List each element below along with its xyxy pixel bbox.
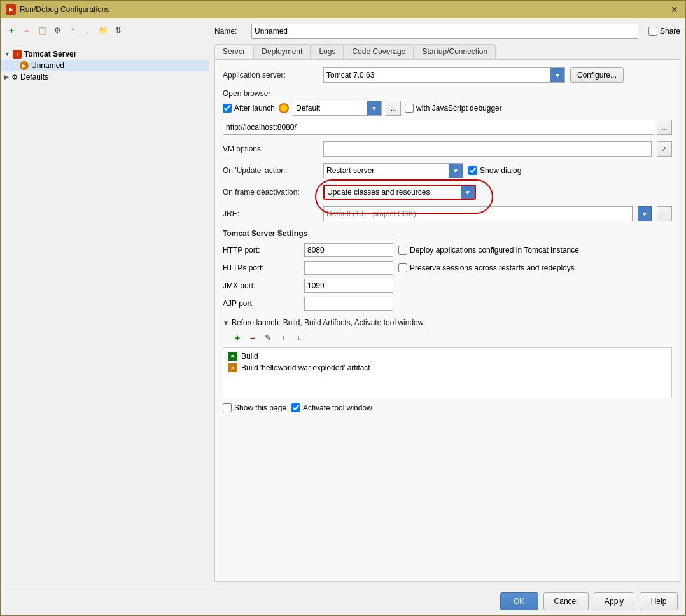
activate-tool-checkbox[interactable] — [291, 403, 300, 412]
artifact-label: Build 'helloworld:war exploded' artifact — [241, 363, 370, 372]
deploy-apps-checkbox[interactable] — [398, 246, 407, 255]
tomcat-chevron: ▼ — [4, 51, 10, 57]
copy-config-button[interactable]: 📋 — [35, 24, 49, 38]
after-launch-checkbox-label[interactable]: After launch — [223, 104, 275, 113]
launch-item-artifact[interactable]: A Build 'helloworld:war exploded' artifa… — [226, 362, 669, 374]
before-launch-chevron: ▼ — [223, 319, 229, 326]
app-server-label: Application server: — [223, 71, 318, 80]
url-input[interactable] — [223, 120, 654, 135]
browser-icon — [279, 103, 289, 113]
name-label: Name: — [214, 27, 246, 36]
before-launch-toolbar: + – ✎ ↑ ↓ — [230, 331, 672, 345]
deploy-apps-label[interactable]: Deploy applications configured in Tomcat… — [398, 246, 672, 255]
on-update-arrow: ▼ — [449, 164, 463, 178]
tree-item-defaults[interactable]: ▶ ⚙ Defaults — [1, 71, 209, 83]
app-icon: ▶ — [6, 4, 16, 15]
unnamed-label: Unnamed — [31, 61, 64, 70]
share-checkbox[interactable] — [648, 27, 657, 36]
before-launch-edit-button[interactable]: ✎ — [261, 331, 275, 345]
move-down-button[interactable]: ↓ — [81, 24, 95, 38]
http-port-input[interactable] — [304, 243, 393, 257]
app-server-combo[interactable]: Tomcat 7.0.63 ▼ — [323, 67, 565, 83]
show-page-checkbox[interactable] — [223, 403, 232, 412]
close-button[interactable]: ✕ — [669, 4, 680, 15]
title-bar: ▶ Run/Debug Configurations ✕ — [1, 1, 685, 18]
title-bar-left: ▶ Run/Debug Configurations — [6, 4, 109, 15]
name-row: Name: Share — [214, 24, 680, 39]
url-ellipsis-button[interactable]: ... — [657, 120, 672, 135]
bottom-checkboxes-row: Show this page Activate tool window — [223, 403, 672, 412]
tab-startup-connection[interactable]: Startup/Connection — [414, 44, 496, 59]
server-panel: Application server: Tomcat 7.0.63 ▼ Conf… — [214, 59, 680, 582]
show-dialog-checkbox[interactable] — [468, 166, 477, 175]
activate-tool-label[interactable]: Activate tool window — [291, 403, 372, 412]
before-launch-up-button[interactable]: ↑ — [276, 331, 290, 345]
jre-input[interactable] — [323, 206, 633, 221]
apply-button[interactable]: Apply — [594, 592, 634, 610]
preserve-sessions-label[interactable]: Preserve sessions across restarts and re… — [398, 263, 672, 272]
browser-combo[interactable]: Default ▼ — [293, 101, 382, 116]
tomcat-settings-label: Tomcat Server Settings — [223, 229, 672, 238]
tab-deployment[interactable]: Deployment — [253, 44, 311, 59]
before-launch-list: B Build A Build 'helloworld:war exploded… — [223, 347, 672, 398]
https-port-label: HTTPs port: — [223, 263, 299, 272]
sidebar-toolbar: + – 📋 ⚙ ↑ ↓ 📁 ⇅ — [1, 21, 209, 40]
js-debugger-checkbox[interactable] — [405, 104, 414, 113]
cancel-button[interactable]: Cancel — [543, 592, 589, 610]
help-button[interactable]: Help — [640, 592, 678, 610]
launch-item-build[interactable]: B Build — [226, 351, 669, 362]
ajp-port-input[interactable] — [304, 297, 393, 311]
tab-server[interactable]: Server — [214, 44, 253, 59]
url-row: ... — [223, 120, 672, 135]
after-launch-checkbox[interactable] — [223, 104, 232, 113]
vm-options-expand-button[interactable]: ⤢ — [657, 141, 672, 157]
ok-button[interactable]: OK — [500, 592, 538, 610]
browser-ellipsis-button[interactable]: ... — [386, 101, 401, 116]
show-dialog-label[interactable]: Show dialog — [468, 166, 521, 175]
tab-code-coverage[interactable]: Code Coverage — [344, 44, 414, 59]
configure-button[interactable]: Configure... — [570, 67, 624, 83]
before-launch-remove-button[interactable]: – — [246, 331, 260, 345]
jre-ellipsis-button[interactable]: ... — [657, 206, 672, 221]
move-up-button[interactable]: ↑ — [66, 24, 80, 38]
sort-button[interactable]: ⇅ — [111, 24, 125, 38]
on-frame-value: Update classes and resources — [325, 188, 461, 197]
folder-button[interactable]: 📁 — [96, 24, 110, 38]
defaults-icon: ⚙ — [11, 73, 18, 81]
tomcat-settings-section: Tomcat Server Settings HTTP port: Deploy… — [223, 229, 672, 311]
tab-logs[interactable]: Logs — [311, 44, 344, 59]
before-launch-label: Before launch: Build, Build Artifacts, A… — [232, 318, 424, 327]
jre-row: JRE: ▼ ... — [223, 206, 672, 221]
show-page-text: Show this page — [234, 403, 286, 412]
on-update-label: On 'Update' action: — [223, 166, 318, 175]
artifact-icon: A — [228, 363, 237, 372]
jre-combo-arrow[interactable]: ▼ — [638, 206, 652, 221]
window-title: Run/Debug Configurations — [20, 5, 109, 14]
show-page-label[interactable]: Show this page — [223, 403, 286, 412]
deploy-apps-text: Deploy applications configured in Tomcat… — [410, 246, 579, 255]
tree-item-unnamed[interactable]: ▶ Unnamed — [1, 60, 209, 71]
app-server-row: Application server: Tomcat 7.0.63 ▼ Conf… — [223, 67, 672, 83]
preserve-sessions-checkbox[interactable] — [398, 263, 407, 272]
before-launch-add-button[interactable]: + — [230, 331, 244, 345]
tabs: Server Deployment Logs Code Coverage Sta… — [214, 44, 680, 59]
on-frame-label: On frame deactivation: — [223, 188, 318, 197]
name-input[interactable] — [251, 24, 638, 39]
browser-arrow: ▼ — [367, 101, 381, 115]
add-config-button[interactable]: + — [4, 24, 18, 38]
ajp-port-label: AJP port: — [223, 299, 299, 308]
main-window: ▶ Run/Debug Configurations ✕ + – 📋 ⚙ ↑ ↓… — [0, 0, 686, 616]
on-update-combo[interactable]: Restart server ▼ — [323, 163, 463, 178]
jmx-port-label: JMX port: — [223, 281, 299, 290]
https-port-input[interactable] — [304, 261, 393, 275]
on-frame-combo[interactable]: Update classes and resources ▼ — [323, 185, 476, 200]
config-settings-button[interactable]: ⚙ — [50, 24, 64, 38]
jmx-port-input[interactable] — [304, 279, 393, 293]
app-server-arrow: ▼ — [550, 68, 564, 82]
vm-options-input[interactable] — [323, 141, 652, 157]
js-debugger-label[interactable]: with JavaScript debugger — [405, 104, 502, 113]
before-launch-down-button[interactable]: ↓ — [291, 331, 305, 345]
remove-config-button[interactable]: – — [20, 24, 34, 38]
defaults-label: Defaults — [20, 73, 48, 81]
on-frame-row: On frame deactivation: Update classes an… — [223, 185, 672, 200]
